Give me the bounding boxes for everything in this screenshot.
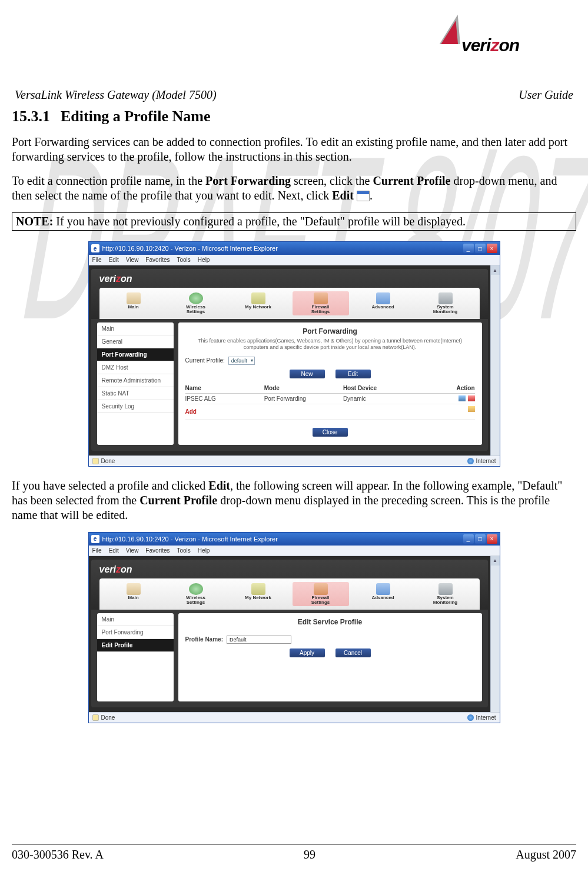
panel-title-2: Edit Service Profile [185, 618, 475, 626]
menu-edit[interactable]: Edit [109, 547, 119, 554]
doc-number: 030-300536 Rev. A [12, 848, 104, 862]
scroll-up-icon[interactable]: ▲ [491, 556, 500, 566]
panel-title: Port Forwarding [185, 327, 475, 335]
current-profile-select[interactable]: default [228, 357, 255, 365]
scrollbar[interactable]: ▲ [490, 265, 500, 455]
sidebar-item-remote[interactable]: Remote Administration [97, 374, 174, 387]
tab-firewall[interactable]: FirewallSettings [293, 582, 349, 606]
menu-favorites[interactable]: Favorites [145, 547, 170, 554]
menu-file[interactable]: File [92, 257, 102, 263]
ie-titlebar: e http://10.16.90.10:2420 - Verizon - Mi… [89, 533, 500, 546]
doc-date: August 2007 [516, 848, 576, 862]
menu-tools[interactable]: Tools [177, 547, 190, 554]
sidebar-item-portforwarding[interactable]: Port Forwarding [97, 626, 174, 639]
menu-tools[interactable]: Tools [177, 257, 190, 263]
sidebar-item-staticnat[interactable]: Static NAT [97, 387, 174, 400]
ie-window-2: e http://10.16.90.10:2420 - Verizon - Mi… [88, 532, 500, 723]
sidebar-item-main[interactable]: Main [97, 322, 174, 335]
tab-firewall[interactable]: FirewallSettings [293, 291, 349, 315]
row-edit-icon[interactable] [459, 395, 466, 401]
product-name: VersaLink Wireless Gateway (Model 7500) [15, 88, 217, 102]
page-number: 99 [304, 848, 315, 862]
edit-button[interactable]: Edit [335, 370, 371, 378]
tab-advanced[interactable]: Advanced [355, 291, 411, 315]
sidebar-item-editprofile[interactable]: Edit Profile [97, 639, 174, 652]
minimize-button[interactable]: _ [463, 534, 474, 544]
scrollbar[interactable]: ▲ [490, 556, 500, 712]
apply-button[interactable]: Apply [290, 648, 325, 657]
router-tabs: Main WirelessSettings My Network Firewal… [99, 288, 480, 319]
tab-wireless[interactable]: WirelessSettings [168, 582, 224, 606]
wireless-icon [189, 583, 203, 595]
section-heading: 15.3.1Editing a Profile Name [12, 108, 576, 125]
row-add-icon[interactable] [468, 406, 475, 412]
wireless-icon [189, 292, 203, 304]
home-icon [127, 292, 141, 304]
menu-help[interactable]: Help [198, 257, 210, 263]
ie-titlebar: e http://10.16.90.10:2420 - Verizon - Mi… [89, 242, 500, 255]
network-icon [251, 583, 265, 595]
tab-monitoring[interactable]: SystemMonitoring [417, 291, 474, 315]
add-link[interactable]: Add [185, 406, 264, 417]
menu-file[interactable]: File [92, 547, 102, 554]
monitoring-icon [438, 583, 453, 595]
tab-network[interactable]: My Network [230, 291, 287, 315]
page-footer: 030-300536 Rev. A 99 August 2007 [12, 844, 576, 862]
ie-statusbar: Done Internet [89, 455, 500, 466]
profile-name-label: Profile Name: [185, 636, 223, 643]
advanced-icon [376, 583, 390, 595]
verizon-logo-area: verizon [12, 24, 576, 59]
done-icon [92, 714, 99, 721]
table-row-add: Add [185, 404, 475, 420]
new-button[interactable]: New [290, 370, 325, 378]
tab-advanced[interactable]: Advanced [355, 582, 411, 606]
sidebar-2: Main Port Forwarding Edit Profile [97, 613, 174, 701]
router-brand: verizon [99, 564, 480, 575]
sidebar-1: Main General Port Forwarding DMZ Host Re… [97, 322, 174, 445]
profile-name-input[interactable] [227, 636, 291, 644]
tab-network[interactable]: My Network [230, 582, 287, 606]
tab-main[interactable]: Main [105, 291, 162, 315]
maximize-button[interactable]: □ [475, 244, 486, 253]
note-box: NOTE: If you have not previously configu… [12, 212, 576, 231]
internet-zone-icon [467, 458, 474, 464]
section-title: Editing a Profile Name [61, 108, 210, 125]
ie-app-icon: e [91, 244, 99, 252]
sidebar-item-portforwarding[interactable]: Port Forwarding [97, 348, 174, 361]
monitoring-icon [438, 292, 453, 304]
scroll-up-icon[interactable]: ▲ [491, 265, 500, 275]
internet-zone-icon [467, 714, 474, 721]
firewall-icon [314, 292, 328, 304]
sidebar-item-dmz[interactable]: DMZ Host [97, 361, 174, 374]
router-tabs: Main WirelessSettings My Network Firewal… [99, 578, 480, 610]
done-icon [92, 458, 99, 464]
row-delete-icon[interactable] [468, 395, 475, 401]
close-button[interactable]: × [487, 244, 497, 253]
close-button-panel[interactable]: Close [313, 428, 348, 437]
edit-icon [357, 191, 370, 201]
sidebar-item-seclog[interactable]: Security Log [97, 400, 174, 413]
maximize-button[interactable]: □ [475, 534, 486, 544]
minimize-button[interactable]: _ [463, 244, 474, 253]
verizon-logo: verizon [441, 24, 559, 59]
menu-view[interactable]: View [126, 257, 139, 263]
sidebar-item-general[interactable]: General [97, 335, 174, 348]
tab-main[interactable]: Main [105, 582, 162, 606]
menu-view[interactable]: View [126, 547, 139, 554]
ie-title: http://10.16.90.10:2420 - Verizon - Micr… [102, 245, 278, 252]
firewall-icon [314, 583, 328, 595]
menu-favorites[interactable]: Favorites [145, 257, 170, 263]
menu-edit[interactable]: Edit [109, 257, 119, 263]
sidebar-item-main[interactable]: Main [97, 613, 174, 626]
close-button[interactable]: × [487, 534, 497, 544]
router-brand: verizon [99, 274, 480, 284]
ie-menubar: File Edit View Favorites Tools Help [89, 546, 500, 556]
home-icon [127, 583, 141, 595]
tab-wireless[interactable]: WirelessSettings [168, 291, 224, 315]
current-profile-label: Current Profile: [185, 357, 225, 364]
cancel-button[interactable]: Cancel [335, 648, 371, 657]
menu-help[interactable]: Help [198, 547, 210, 554]
section-number: 15.3.1 [12, 108, 50, 125]
ie-statusbar: Done Internet [89, 712, 500, 723]
tab-monitoring[interactable]: SystemMonitoring [417, 582, 474, 606]
